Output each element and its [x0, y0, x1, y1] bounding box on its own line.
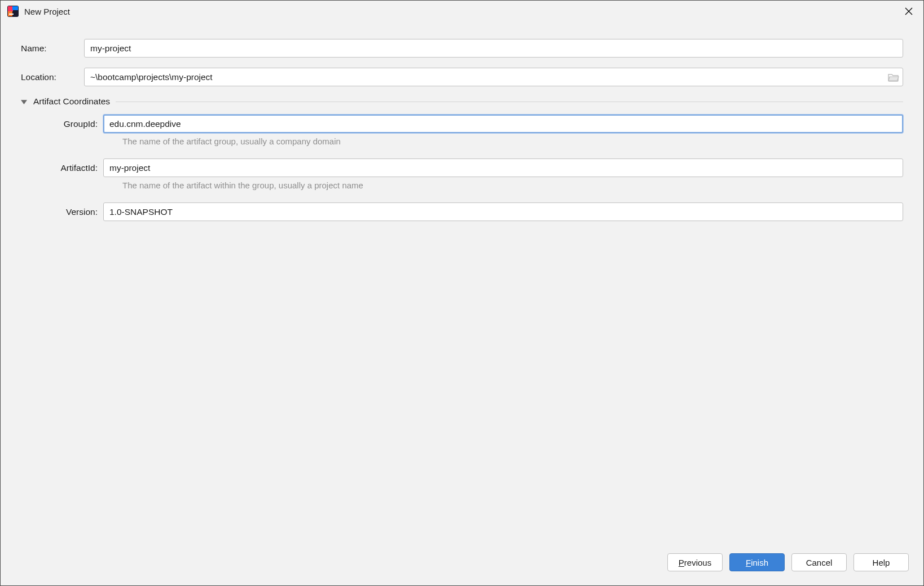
artifactid-input[interactable]	[103, 158, 903, 177]
version-input[interactable]	[103, 202, 903, 221]
groupid-hint: The name of the artifact group, usually …	[122, 136, 903, 146]
artifact-coordinates-panel: GroupId: The name of the artifact group,…	[40, 114, 903, 221]
svg-rect-2	[12, 6, 18, 10]
artifactid-label: ArtifactId:	[40, 163, 103, 173]
dialog-footer: Previous Finish Cancel Help	[1, 549, 923, 585]
artifact-coordinates-toggle[interactable]: Artifact Coordinates	[21, 96, 903, 107]
location-input[interactable]	[84, 68, 903, 86]
previous-button[interactable]: Previous	[667, 553, 723, 571]
title-bar: New Project	[1, 1, 923, 22]
name-input[interactable]	[84, 39, 903, 58]
section-divider	[116, 102, 903, 102]
artifact-coordinates-title: Artifact Coordinates	[33, 96, 110, 107]
version-label: Version:	[40, 207, 103, 217]
artifactid-hint: The name of the artifact within the grou…	[122, 180, 903, 190]
chevron-down-icon	[21, 99, 30, 105]
svg-rect-4	[9, 14, 14, 15]
window-title: New Project	[24, 7, 70, 16]
cancel-button[interactable]: Cancel	[791, 553, 847, 571]
svg-marker-7	[21, 100, 27, 104]
close-icon[interactable]	[899, 3, 919, 20]
dialog-content: Name: Location: Artifact Coordinates	[1, 22, 923, 549]
location-label: Location:	[21, 72, 84, 82]
svg-rect-1	[8, 6, 13, 11]
name-label: Name:	[21, 43, 84, 54]
folder-open-icon[interactable]	[887, 72, 900, 82]
intellij-icon	[7, 6, 19, 17]
help-button[interactable]: Help	[853, 553, 909, 571]
groupid-label: GroupId:	[40, 119, 103, 129]
groupid-input[interactable]	[103, 114, 903, 133]
new-project-dialog: New Project Name: Location:	[0, 0, 924, 586]
finish-button[interactable]: Finish	[729, 553, 785, 571]
